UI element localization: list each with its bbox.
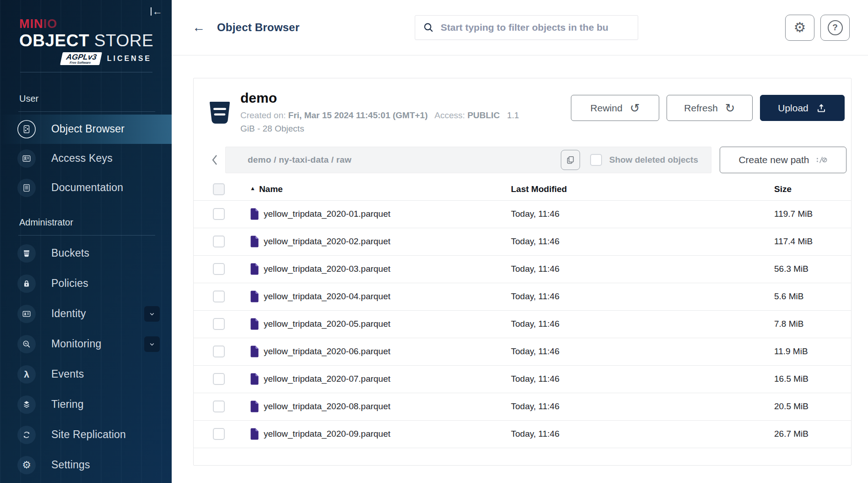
chevron-down-icon[interactable] — [144, 336, 160, 352]
table-row[interactable]: yellow_tripdata_2020-03.parquet Today, 1… — [194, 256, 851, 283]
row-checkbox[interactable] — [213, 428, 225, 440]
sidebar-item-buckets[interactable]: Buckets — [0, 238, 172, 269]
search-input[interactable] — [441, 22, 630, 33]
bucket-size: 1.1 — [507, 110, 519, 120]
object-modified: Today, 11:46 — [511, 319, 774, 329]
object-name[interactable]: yellow_tripdata_2020-01.parquet — [264, 209, 391, 219]
row-checkbox[interactable] — [213, 373, 225, 385]
objects-table: ▲ Name Last Modified Size yellow_tripdat… — [194, 179, 851, 461]
object-modified: Today, 11:46 — [511, 374, 774, 384]
table-row[interactable]: yellow_tripdata_2020-02.parquet Today, 1… — [194, 228, 851, 256]
row-checkbox[interactable] — [213, 401, 225, 412]
back-arrow-icon[interactable]: ← — [192, 21, 205, 34]
sidebar: ← MINIO OBJECT STORE AGPLv3 Free Softwar… — [0, 0, 172, 483]
table-row[interactable]: yellow_tripdata_2020-05.parquet Today, 1… — [194, 311, 851, 338]
column-header-name[interactable]: ▲ Name — [228, 184, 511, 194]
refresh-icon: ↻ — [725, 102, 735, 114]
chevron-down-icon[interactable] — [144, 306, 160, 322]
object-modified: Today, 11:46 — [511, 346, 774, 357]
access-keys-icon — [17, 149, 36, 168]
breadcrumb[interactable]: demo / ny-taxi-data / raw — [248, 155, 561, 165]
object-modified: Today, 11:46 — [511, 264, 774, 274]
sidebar-item-site-replication[interactable]: Site Replication — [0, 420, 172, 450]
object-size: 56.3 MiB — [774, 264, 851, 274]
gear-icon: ⚙ — [17, 456, 36, 474]
created-label: Created on: — [240, 110, 286, 120]
filter-search-box[interactable] — [415, 15, 638, 40]
row-checkbox[interactable] — [213, 208, 225, 220]
layers-icon — [17, 395, 36, 414]
upload-button[interactable]: Upload — [760, 95, 845, 121]
column-header-size[interactable]: Size — [774, 184, 851, 194]
object-name[interactable]: yellow_tripdata_2020-02.parquet — [264, 236, 391, 247]
row-checkbox[interactable] — [213, 291, 225, 302]
table-row[interactable]: yellow_tripdata_2020-09.parquet Today, 1… — [194, 421, 851, 448]
minio-wordmark: MINIO — [19, 17, 153, 31]
row-checkbox[interactable] — [213, 318, 225, 330]
table-row[interactable]: yellow_tripdata_2020-07.parquet Today, 1… — [194, 366, 851, 393]
object-name[interactable]: yellow_tripdata_2020-06.parquet — [264, 346, 391, 357]
access-label: Access: — [434, 110, 465, 120]
help-button[interactable]: ? — [820, 15, 850, 41]
object-size: 119.7 MiB — [774, 209, 851, 219]
row-checkbox[interactable] — [213, 236, 225, 247]
sidebar-collapse-icon[interactable]: ← — [151, 6, 163, 16]
object-size: 16.5 MiB — [774, 374, 851, 384]
divider — [20, 72, 152, 72]
sidebar-item-settings[interactable]: ⚙ Settings — [0, 450, 172, 480]
object-browser-icon — [17, 120, 36, 138]
main-area: ← Object Browser ⚙ ? — [172, 0, 868, 483]
object-name[interactable]: yellow_tripdata_2020-07.parquet — [264, 374, 391, 384]
sidebar-item-tiering[interactable]: Tiering — [0, 390, 172, 420]
object-modified: Today, 11:46 — [511, 209, 774, 219]
object-modified: Today, 11:46 — [511, 401, 774, 412]
table-body: yellow_tripdata_2020-01.parquet Today, 1… — [194, 201, 851, 448]
object-size: 26.7 MiB — [774, 429, 851, 439]
bucket-name: demo — [240, 90, 533, 106]
file-icon — [250, 318, 259, 330]
file-icon — [250, 291, 259, 302]
table-row[interactable]: yellow_tripdata_2020-08.parquet Today, 1… — [194, 393, 851, 421]
back-chevron-icon[interactable] — [205, 147, 225, 173]
column-header-modified[interactable]: Last Modified — [511, 184, 774, 194]
object-size: 11.9 MiB — [774, 346, 851, 357]
create-new-path-button[interactable]: Create new path — [720, 147, 846, 173]
object-modified: Today, 11:46 — [511, 291, 774, 302]
object-name[interactable]: yellow_tripdata_2020-05.parquet — [264, 319, 391, 329]
documentation-icon — [17, 179, 36, 197]
file-icon — [250, 373, 259, 385]
object-size: 20.5 MiB — [774, 401, 851, 412]
policies-icon — [17, 274, 36, 293]
gear-icon: ⚙ — [794, 21, 806, 34]
copy-path-button[interactable] — [561, 150, 580, 170]
row-checkbox[interactable] — [213, 346, 225, 357]
divider — [18, 111, 155, 112]
sidebar-item-policies[interactable]: Policies — [0, 269, 172, 299]
sidebar-item-access-keys[interactable]: Access Keys — [0, 144, 172, 173]
bucket-objects: GiB - 28 Objects — [240, 124, 304, 133]
table-row[interactable]: yellow_tripdata_2020-06.parquet Today, 1… — [194, 338, 851, 366]
sidebar-item-identity[interactable]: Identity — [0, 299, 172, 329]
sidebar-item-object-browser[interactable]: Object Browser — [0, 115, 172, 144]
row-checkbox[interactable] — [213, 263, 225, 275]
object-size: 5.6 MiB — [774, 291, 851, 302]
settings-button[interactable]: ⚙ — [785, 15, 814, 41]
object-name[interactable]: yellow_tripdata_2020-03.parquet — [264, 264, 391, 274]
object-name[interactable]: yellow_tripdata_2020-08.parquet — [264, 401, 391, 412]
table-row[interactable]: yellow_tripdata_2020-04.parquet Today, 1… — [194, 283, 851, 311]
show-deleted-checkbox[interactable] — [590, 154, 602, 166]
identity-icon — [17, 305, 36, 323]
replication-arrows-icon — [17, 426, 36, 444]
sidebar-item-documentation[interactable]: Documentation — [0, 173, 172, 203]
refresh-button[interactable]: Refresh ↻ — [667, 95, 753, 121]
object-name[interactable]: yellow_tripdata_2020-09.parquet — [264, 429, 391, 439]
table-footer-space — [194, 448, 851, 461]
path-icon — [816, 154, 828, 166]
table-row[interactable]: yellow_tripdata_2020-01.parquet Today, 1… — [194, 201, 851, 228]
rewind-button[interactable]: Rewind ↺ — [571, 95, 659, 121]
object-name[interactable]: yellow_tripdata_2020-04.parquet — [264, 291, 391, 302]
sidebar-item-events[interactable]: λ Events — [0, 359, 172, 390]
select-all-checkbox[interactable] — [213, 183, 225, 195]
sidebar-item-monitoring[interactable]: Monitoring — [0, 329, 172, 359]
upload-icon — [816, 103, 827, 114]
